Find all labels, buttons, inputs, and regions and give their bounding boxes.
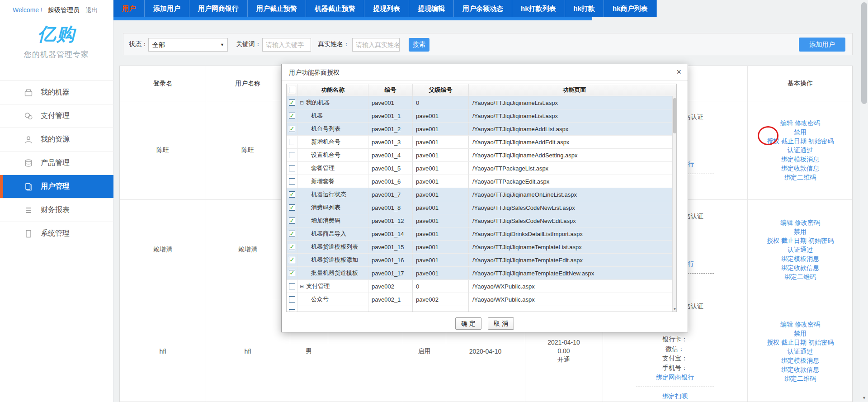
action-link[interactable]: 绑定收款信息 xyxy=(781,263,819,272)
action-link[interactable]: 编辑 修改密码 xyxy=(780,218,820,227)
row-checkbox[interactable] xyxy=(289,309,295,312)
sidebar-item-finance-reports[interactable]: 财务报表 xyxy=(0,198,113,222)
select-all-checkbox[interactable] xyxy=(289,87,295,93)
nav-tab[interactable]: 添加用户 xyxy=(145,0,189,17)
row-checkbox[interactable] xyxy=(289,165,295,171)
action-link[interactable]: 编辑 修改密码 xyxy=(780,118,820,128)
row-checkbox[interactable] xyxy=(289,99,295,106)
bind-bank-link[interactable]: 绑定网商银行 xyxy=(656,373,694,382)
search-button[interactable]: 搜索 xyxy=(409,38,429,52)
realname-input[interactable] xyxy=(352,38,400,52)
bind-scan-link[interactable]: 绑定扫呗 xyxy=(662,392,688,401)
code-cell: pave001_6 xyxy=(368,175,413,188)
checkbox-cell xyxy=(287,214,297,227)
function-name: 机器货道模板列表 xyxy=(311,243,358,251)
row-checkbox[interactable] xyxy=(289,113,295,119)
column-header-function-page: 功能页面 xyxy=(469,84,676,96)
nav-tab[interactable]: 提现列表 xyxy=(364,0,409,17)
actions-cell: 编辑 修改密码禁用授权 截止日期 初始密码认证通过绑定模板消息绑定收款信息绑定二… xyxy=(747,101,853,199)
row-checkbox[interactable] xyxy=(289,178,295,184)
action-link[interactable]: 绑定二维码 xyxy=(784,173,816,182)
function-name: 新增机台号 xyxy=(311,138,340,146)
permissions-table-header: 功能名称 编号 父级编号 功能页面 xyxy=(287,84,676,96)
collapse-icon[interactable]: ⊟ xyxy=(300,284,304,289)
row-checkbox[interactable] xyxy=(289,204,295,211)
nav-tab[interactable]: hk打款 xyxy=(565,0,604,17)
page-scrollbar[interactable]: ▼ xyxy=(860,0,868,402)
row-checkbox[interactable] xyxy=(289,126,295,132)
action-link[interactable]: 认证通过 xyxy=(788,146,813,155)
sidebar-item-products[interactable]: 产品管理 xyxy=(0,151,113,175)
nav-tab[interactable]: 用户截止预警 xyxy=(248,0,306,17)
function-page-cell: /Yaoyao/TTPackageList.aspx xyxy=(469,162,672,175)
scroll-down-arrow-icon[interactable]: ▼ xyxy=(673,307,676,311)
modal-titlebar: 用户功能界面授权 × xyxy=(282,64,688,80)
collapse-icon[interactable]: ⊟ xyxy=(300,100,304,106)
action-link[interactable]: 绑定模板消息 xyxy=(781,254,819,263)
nav-tab[interactable]: 用户 xyxy=(113,0,145,17)
action-link[interactable]: 绑定收款信息 xyxy=(781,164,819,173)
function-name: 机器货道模板添加 xyxy=(311,256,358,264)
sidebar-item-my-resources[interactable]: 我的资源 xyxy=(0,128,113,151)
action-link[interactable]: 授权 截止日期 初始密码 xyxy=(767,338,834,347)
nav-tab[interactable]: hk商户列表 xyxy=(604,0,657,17)
logout-link[interactable]: 退出 xyxy=(86,7,98,14)
action-link[interactable]: 绑定收款信息 xyxy=(781,365,819,374)
scroll-down-arrow-icon[interactable]: ▼ xyxy=(860,396,868,400)
row-checkbox[interactable] xyxy=(289,139,295,145)
row-checkbox[interactable] xyxy=(289,283,295,289)
row-checkbox[interactable] xyxy=(289,270,295,276)
welcome-bar: Welcome ! 超级管理员 退出 xyxy=(0,0,113,14)
column-header-username: 用户名称 xyxy=(206,66,290,101)
action-link[interactable]: 绑定二维码 xyxy=(784,272,816,281)
permission-row: 消费码列表 pave001_8 pave001 /Yaoyao/TTJiqiSa… xyxy=(287,201,676,214)
sidebar-item-my-machines[interactable]: 我的机器 xyxy=(0,80,113,104)
checkbox-cell xyxy=(287,162,297,175)
ok-button[interactable]: 确 定 xyxy=(455,317,481,330)
close-icon[interactable]: × xyxy=(676,67,681,77)
status-select[interactable]: 全部 ▼ xyxy=(148,38,228,52)
parent-code-cell: pave001 xyxy=(413,175,469,188)
action-link[interactable]: 授权 截止日期 初始密码 xyxy=(767,236,834,245)
modal-scrollbar[interactable]: ▼ xyxy=(672,96,676,312)
sidebar-item-user-management[interactable]: 用户管理 xyxy=(0,175,113,198)
row-checkbox[interactable] xyxy=(289,257,295,263)
keyword-input[interactable] xyxy=(262,38,311,52)
function-page-cell: /Yaoyao/TTJiqiJiqinameTemplateList.aspx xyxy=(469,241,672,253)
modal-scrollbar-thumb[interactable] xyxy=(673,98,676,133)
action-link[interactable]: 认证通过 xyxy=(788,245,813,254)
action-link[interactable]: 认证通过 xyxy=(788,347,813,356)
action-link[interactable]: 绑定二维码 xyxy=(784,374,816,383)
nav-tab[interactable]: 用户网商银行 xyxy=(189,0,248,17)
function-page-cell: /Yaoyao/TTPackageEdit.aspx xyxy=(469,175,672,188)
column-header-actions: 基本操作 xyxy=(747,66,853,101)
row-checkbox[interactable] xyxy=(289,231,295,237)
action-link[interactable]: 绑定模板消息 xyxy=(781,356,819,365)
row-checkbox[interactable] xyxy=(289,152,295,158)
row-checkbox[interactable] xyxy=(289,244,295,250)
nav-tab[interactable]: 提现编辑 xyxy=(409,0,454,17)
sidebar-item-payment[interactable]: 支付管理 xyxy=(0,104,113,128)
row-checkbox[interactable] xyxy=(289,191,295,198)
action-link[interactable]: 禁用 xyxy=(794,329,807,338)
function-page-cell: /Yaoyao/TTJiqiSalesCodeNewList.aspx xyxy=(469,201,672,214)
parent-code-cell: pave001 xyxy=(413,136,469,148)
sidebar-item-system-management[interactable]: 系统管理 xyxy=(0,222,113,245)
cancel-button[interactable]: 取 消 xyxy=(488,317,514,330)
permissions-table: 功能名称 编号 父级编号 功能页面 ⊟ 我的机器 pave001 xyxy=(286,84,677,312)
nav-tab[interactable]: 用户余额动态 xyxy=(454,0,512,17)
action-link[interactable]: 编辑 修改密码 xyxy=(780,320,820,329)
add-user-button[interactable]: 添加用户 xyxy=(799,38,845,52)
action-link[interactable]: 绑定模板消息 xyxy=(781,155,819,164)
checkbox-cell xyxy=(287,267,297,279)
action-link[interactable]: 禁用 xyxy=(794,227,807,236)
action-link[interactable]: 禁用 xyxy=(794,128,807,137)
function-name-cell: 新增套餐 xyxy=(297,175,368,188)
page-scrollbar-thumb[interactable] xyxy=(861,2,867,104)
row-checkbox[interactable] xyxy=(289,296,295,303)
top-navbar: 用户 添加用户 用户网商银行 用户截止预警 机器截止预警 提现列表 提现编辑 用… xyxy=(113,0,592,20)
status-select-value: 全部 xyxy=(152,41,165,48)
nav-tab[interactable]: hk打款列表 xyxy=(512,0,565,17)
row-checkbox[interactable] xyxy=(289,218,295,224)
nav-tab[interactable]: 机器截止预警 xyxy=(306,0,364,17)
